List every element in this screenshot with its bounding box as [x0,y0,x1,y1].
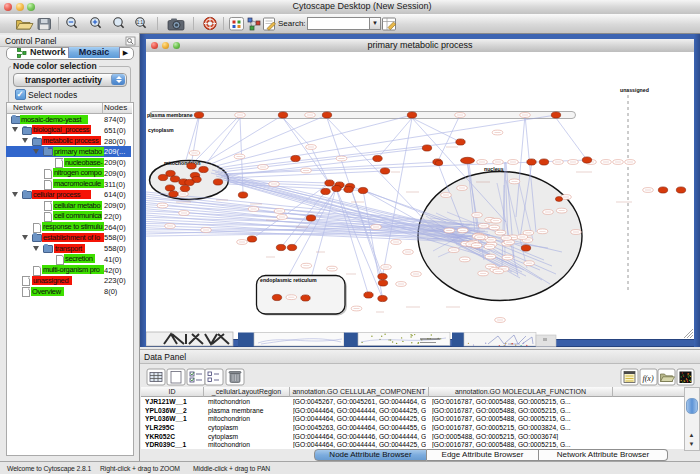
svg-text:endoplasmic reticulum: endoplasmic reticulum [260,277,317,283]
svg-text:nucleus: nucleus [484,166,504,172]
svg-text:unassigned: unassigned [620,87,649,93]
svg-text:f(x): f(x) [642,374,653,383]
svg-text:1:1: 1:1 [137,20,144,25]
svg-text:plasma membrane: plasma membrane [147,112,193,118]
svg-text:cytoplasm: cytoplasm [148,127,174,133]
